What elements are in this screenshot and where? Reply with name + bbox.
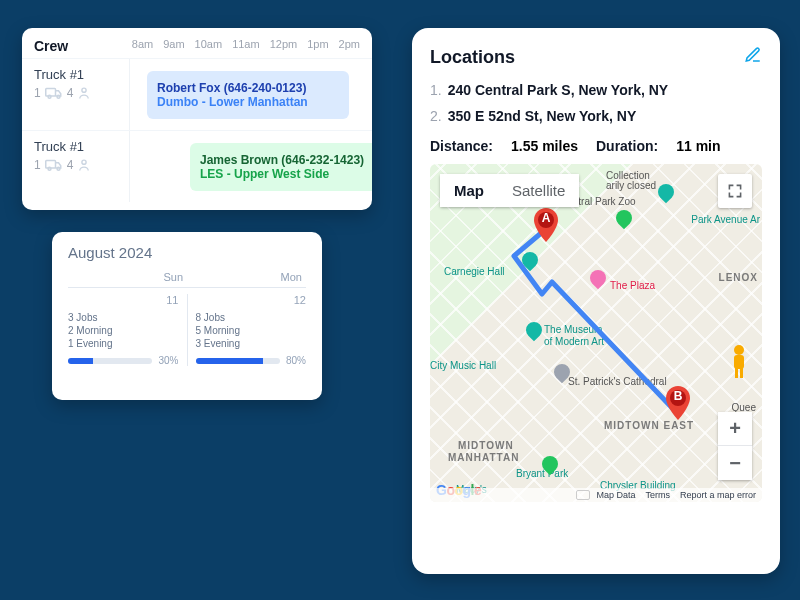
streetview-pegman[interactable]: [726, 342, 752, 382]
svg-rect-11: [734, 355, 744, 369]
schedule-event[interactable]: Robert Fox (646-240-0123) Dumbo - Lower …: [147, 71, 349, 119]
crew-timeline-header: 8am 9am 10am 11am 12pm 1pm 2pm: [132, 38, 360, 54]
evening-count: 3 Evening: [196, 338, 307, 349]
calendar-card: August 2024 Sun Mon 11 3 Jobs 2 Morning …: [52, 232, 322, 400]
map-poi-icon: [519, 249, 542, 272]
map-attribution: Map Data Terms Report a map error: [430, 488, 762, 502]
svg-point-3: [82, 88, 86, 92]
progress-percent: 80%: [286, 355, 306, 366]
map-type-map[interactable]: Map: [440, 174, 498, 207]
map-area-label: MIDTOWN EAST: [604, 420, 694, 431]
map-poi-label: of Modern Art: [544, 336, 604, 347]
location-address: 350 E 52nd St, New York, NY: [448, 108, 637, 124]
map-poi-icon: [655, 181, 678, 204]
calendar-title: August 2024: [68, 244, 306, 261]
edit-icon[interactable]: [744, 46, 762, 68]
map-poi-icon: [551, 361, 574, 384]
map-pin-a[interactable]: A: [534, 208, 558, 242]
jobs-count: 8 Jobs: [196, 312, 307, 323]
map-poi-label: The Plaza: [610, 280, 655, 291]
svg-rect-12: [735, 368, 738, 378]
crew-title: Crew: [34, 38, 132, 54]
map-type-toggle: Map Satellite: [440, 174, 579, 207]
time-slot: 12pm: [270, 38, 298, 54]
map-poi-label: The Museum: [544, 324, 602, 335]
person-count: 4: [67, 86, 74, 100]
event-route: Dumbo - Lower Manhattan: [157, 95, 339, 109]
person-count: 4: [67, 158, 74, 172]
person-icon: [77, 158, 91, 172]
map-poi-icon: [539, 453, 562, 476]
evening-count: 1 Evening: [68, 338, 179, 349]
time-slot: 11am: [232, 38, 260, 54]
route-map[interactable]: Collection arily closed Central Park Zoo…: [430, 164, 762, 502]
time-slot: 2pm: [339, 38, 360, 54]
crew-row: Truck #1 1 4 Robert Fox (646-240-0123) D…: [22, 58, 372, 130]
locations-card: Locations 1. 240 Central Park S, New Yor…: [412, 28, 780, 574]
day-header: Sun: [68, 271, 187, 283]
map-report-link[interactable]: Report a map error: [680, 490, 756, 500]
truck-name: Truck #1: [34, 139, 129, 154]
event-customer: James Brown (646-232-1423): [200, 153, 372, 167]
map-poi-label: Bryant Park: [516, 468, 568, 479]
time-slot: 1pm: [307, 38, 328, 54]
svg-point-10: [734, 345, 744, 355]
schedule-event[interactable]: James Brown (646-232-1423) LES - Upper W…: [190, 143, 372, 191]
map-poi-label: Carnegie Hall: [444, 266, 505, 277]
time-slot: 10am: [195, 38, 223, 54]
map-poi-icon: [523, 319, 546, 342]
pin-label: A: [534, 211, 558, 225]
map-poi-label: arily closed: [606, 180, 656, 191]
location-item: 1. 240 Central Park S, New York, NY: [430, 82, 762, 98]
crew-schedule-card: Crew 8am 9am 10am 11am 12pm 1pm 2pm Truc…: [22, 28, 372, 210]
truck-name: Truck #1: [34, 67, 129, 82]
truck-count: 1: [34, 158, 41, 172]
svg-rect-13: [740, 368, 743, 378]
event-customer: Robert Fox (646-240-0123): [157, 81, 339, 95]
event-route: LES - Upper West Side: [200, 167, 372, 181]
distance-label: Distance:: [430, 138, 493, 154]
location-address: 240 Central Park S, New York, NY: [448, 82, 668, 98]
map-terms-link[interactable]: Terms: [645, 490, 670, 500]
map-poi-label: St. Patrick's Cathedral: [568, 376, 667, 387]
locations-title: Locations: [430, 47, 515, 68]
calendar-cell[interactable]: 11 3 Jobs 2 Morning 1 Evening 30%: [68, 294, 188, 366]
map-pin-b[interactable]: B: [666, 386, 690, 420]
map-area-label: LENOX: [719, 272, 758, 283]
time-slot: 9am: [163, 38, 184, 54]
progress-percent: 30%: [158, 355, 178, 366]
zoom-in-button[interactable]: +: [718, 412, 752, 446]
duration-label: Duration:: [596, 138, 658, 154]
map-area-label: MIDTOWN: [458, 440, 514, 451]
location-item: 2. 350 E 52nd St, New York, NY: [430, 108, 762, 124]
map-type-satellite[interactable]: Satellite: [498, 174, 579, 207]
map-area-label: MANHATTAN: [448, 452, 519, 463]
location-number: 2.: [430, 108, 442, 124]
calendar-cell[interactable]: 12 8 Jobs 5 Morning 3 Evening 80%: [188, 294, 307, 366]
zoom-out-button[interactable]: −: [718, 446, 752, 480]
fullscreen-button[interactable]: [718, 174, 752, 208]
morning-count: 5 Morning: [196, 325, 307, 336]
zoom-control: + −: [718, 412, 752, 480]
duration-value: 11 min: [676, 138, 720, 154]
pin-label: B: [666, 389, 690, 403]
progress-bar: [196, 358, 280, 364]
map-poi-label: City Music Hall: [430, 360, 496, 371]
time-slot: 8am: [132, 38, 153, 54]
map-data-link[interactable]: Map Data: [596, 490, 635, 500]
truck-count: 1: [34, 86, 41, 100]
location-number: 1.: [430, 82, 442, 98]
map-poi-icon: [613, 207, 636, 230]
morning-count: 2 Morning: [68, 325, 179, 336]
truck-icon: [45, 158, 63, 172]
truck-icon: [45, 86, 63, 100]
day-number: 12: [196, 294, 307, 306]
person-icon: [77, 86, 91, 100]
pegman-icon: [728, 344, 750, 380]
day-number: 11: [68, 294, 179, 306]
fullscreen-icon: [727, 183, 743, 199]
distance-value: 1.55 miles: [511, 138, 578, 154]
progress-bar: [68, 358, 152, 364]
day-header: Mon: [187, 271, 306, 283]
map-poi-label: Collection: [606, 170, 650, 181]
